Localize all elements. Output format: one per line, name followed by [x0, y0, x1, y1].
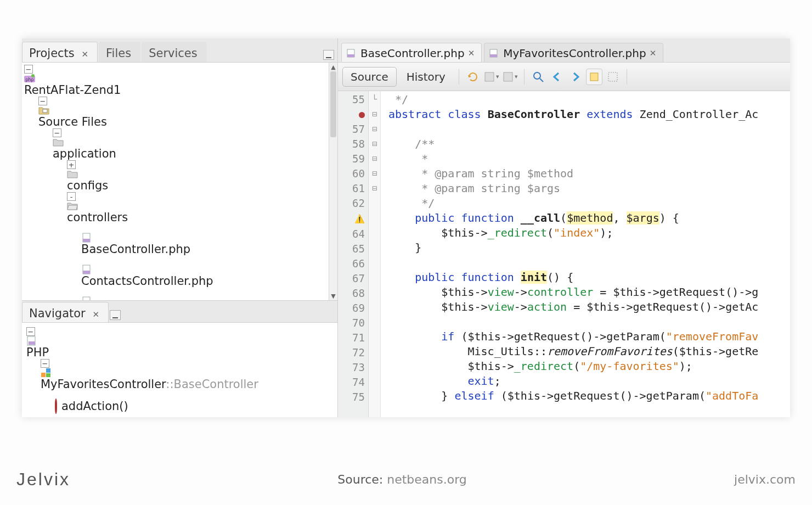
php-project-icon: php: [24, 74, 35, 83]
svg-point-27: [534, 72, 540, 79]
toggle-icon[interactable]: [81, 256, 90, 265]
close-icon[interactable]: ✕: [92, 310, 99, 319]
php-file-icon: [489, 49, 499, 58]
minimize-icon[interactable]: [323, 50, 334, 60]
nav-label: addAction(): [61, 400, 128, 413]
refresh-icon[interactable]: [465, 69, 481, 85]
tree-label: RentAFlat-Zend1: [24, 83, 121, 97]
prev-match-icon[interactable]: [549, 69, 565, 85]
editor-tabs: BaseController.php ✕MyFavoritesControlle…: [338, 38, 790, 63]
tab-navigator[interactable]: Navigator ✕: [22, 302, 109, 322]
nav-class[interactable]: − MyFavoritesController::BaseController: [41, 359, 337, 391]
close-icon[interactable]: ✕: [650, 48, 657, 58]
source-button[interactable]: Source: [342, 67, 397, 87]
close-icon[interactable]: ✕: [81, 49, 88, 59]
scrollbar[interactable]: ▲ ▼: [329, 63, 337, 300]
ide-frame: Projects ✕ Files Services − php RentAFla…: [22, 38, 790, 417]
scroll-up-icon[interactable]: ▲: [329, 63, 337, 71]
collapse-icon[interactable]: −: [41, 359, 49, 368]
tab-files[interactable]: Files: [99, 42, 140, 62]
class-icon: [41, 368, 52, 378]
tree-label: application: [53, 147, 116, 160]
tree-file[interactable]: BaseController.php: [81, 224, 329, 256]
nav-label: MyFavoritesController::BaseController: [41, 378, 258, 391]
code-area[interactable]: */abstract class BaseController extends …: [381, 91, 790, 417]
line-gutter: 55575859606162⚠️646566676869707172737475: [338, 91, 369, 417]
site-url: jelvix.com: [734, 473, 796, 486]
svg-rect-25: [485, 72, 494, 81]
image-footer: Jelvix Source: netbeans.org jelvix.com: [16, 469, 796, 490]
svg-rect-30: [608, 72, 617, 81]
tab-projects[interactable]: Projects ✕: [22, 42, 98, 62]
separator: [459, 69, 459, 85]
tab-label: Navigator: [29, 307, 86, 320]
svg-rect-17: [29, 341, 35, 345]
tree-label: controllers: [67, 211, 128, 224]
tree-source-files[interactable]: − Source Files: [38, 97, 329, 128]
svg-rect-22: [347, 54, 354, 57]
editor-body: 55575859606162⚠️646566676869707172737475…: [338, 91, 790, 417]
svg-rect-24: [490, 54, 497, 57]
php-file-icon: [26, 336, 37, 346]
editor-tab[interactable]: MyFavoritesController.php ✕: [484, 43, 663, 62]
tree-folder-configs[interactable]: +configs: [67, 160, 329, 192]
nav-label: PHP: [26, 346, 49, 359]
collapse-icon[interactable]: −: [26, 327, 35, 336]
node-icon: [67, 169, 78, 179]
svg-rect-3: [43, 109, 47, 113]
back-icon[interactable]: ▾: [483, 69, 500, 85]
tree-file[interactable]: ContactsController.php: [81, 256, 329, 288]
scroll-down-icon[interactable]: ▼: [329, 291, 337, 300]
svg-rect-5: [83, 239, 90, 242]
scroll-thumb[interactable]: [330, 71, 336, 137]
nav-method[interactable]: addAction(): [55, 391, 337, 413]
php-file-icon: [346, 49, 356, 58]
editor-column: BaseController.php ✕MyFavoritesControlle…: [338, 38, 790, 417]
svg-line-28: [540, 78, 543, 82]
toggle-icon[interactable]: [81, 224, 90, 233]
folder-icon: [53, 137, 64, 147]
svg-rect-20: [46, 373, 50, 377]
toggle-icon[interactable]: [81, 288, 90, 296]
tree-file[interactable]: ErrorController.php: [81, 288, 329, 300]
node-icon: [67, 201, 78, 211]
tree-label: Source Files: [38, 115, 107, 128]
project-tree: − php RentAFlat-Zend1 − Source Files: [22, 63, 337, 300]
highlight-icon[interactable]: [586, 69, 602, 85]
toggle-icon[interactable]: -: [67, 192, 76, 201]
svg-text:php: php: [25, 77, 33, 82]
svg-rect-18: [41, 373, 46, 377]
next-match-icon[interactable]: [567, 69, 584, 85]
tab-label: BaseController.php: [360, 47, 465, 60]
svg-rect-7: [83, 271, 90, 274]
svg-point-2: [31, 74, 35, 77]
collapse-icon[interactable]: −: [24, 65, 33, 74]
forward-icon[interactable]: ▾: [502, 69, 518, 85]
close-icon[interactable]: ✕: [468, 48, 475, 58]
tab-services[interactable]: Services: [142, 42, 207, 62]
history-button[interactable]: History: [399, 67, 453, 87]
tree-folder-controllers[interactable]: -controllers: [67, 192, 329, 224]
fold-gutter[interactable]: └ ⊟ ⊟ ⊟ ⊟ ⊟ ⊟: [369, 91, 381, 417]
tree-label: configs: [67, 179, 108, 192]
tree-label: BaseController.php: [81, 243, 190, 256]
svg-rect-29: [590, 73, 598, 81]
source-attribution: Source: netbeans.org: [337, 473, 467, 486]
tree-application[interactable]: − application: [53, 128, 329, 160]
node-icon: [81, 233, 92, 243]
minimize-icon[interactable]: [110, 310, 121, 320]
left-column: Projects ✕ Files Services − php RentAFla…: [22, 38, 338, 417]
nav-root[interactable]: − PHP: [26, 327, 337, 359]
svg-rect-8: [83, 297, 90, 300]
collapse-icon[interactable]: −: [53, 128, 61, 137]
search-icon[interactable]: [530, 69, 546, 85]
tree-root[interactable]: − php RentAFlat-Zend1: [24, 65, 329, 97]
collapse-icon[interactable]: −: [38, 97, 47, 105]
brand-logo: Jelvix: [16, 469, 70, 490]
toggle-icon[interactable]: +: [67, 160, 76, 169]
folder-source-icon: [38, 105, 49, 115]
method-icon: [55, 399, 57, 414]
editor-tab[interactable]: BaseController.php ✕: [341, 43, 482, 62]
select-icon[interactable]: [605, 69, 621, 85]
tab-label: MyFavoritesController.php: [503, 47, 646, 60]
